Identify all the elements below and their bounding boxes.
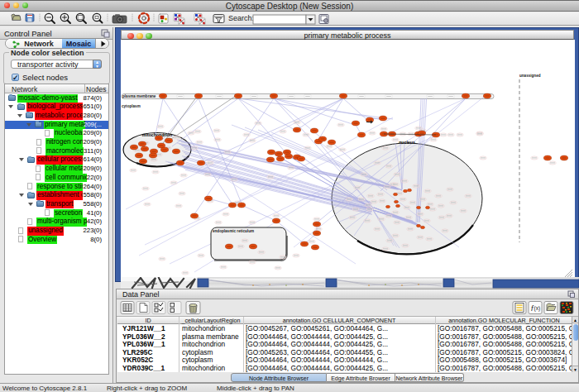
svg-text:unassigned: unassigned xyxy=(519,74,541,78)
svg-text:Search:: Search: xyxy=(228,14,254,22)
svg-text:plasma membrane: plasma membrane xyxy=(122,94,156,98)
svg-text:endoplasmic reticulum: endoplasmic reticulum xyxy=(213,229,254,233)
svg-text:nucleus: nucleus xyxy=(399,140,415,145)
svg-text:cytoplasm: cytoplasm xyxy=(122,104,141,108)
svg-text:(x): (x) xyxy=(534,305,541,312)
